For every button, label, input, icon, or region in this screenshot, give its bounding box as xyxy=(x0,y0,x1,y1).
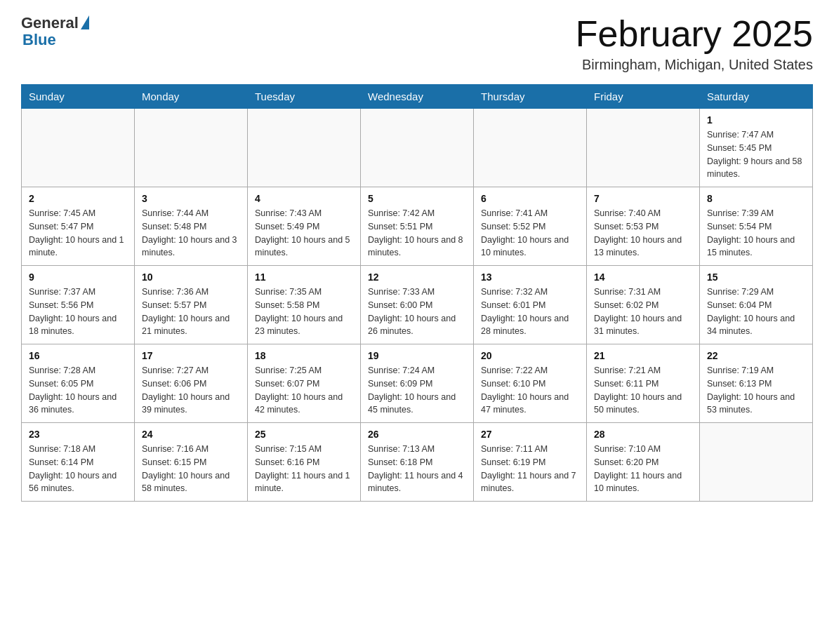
calendar-week-row: 16Sunrise: 7:28 AMSunset: 6:05 PMDayligh… xyxy=(22,344,813,423)
location-text: Birmingham, Michigan, United States xyxy=(576,57,813,73)
table-row: 1Sunrise: 7:47 AMSunset: 5:45 PMDaylight… xyxy=(700,109,813,187)
calendar-week-row: 2Sunrise: 7:45 AMSunset: 5:47 PMDaylight… xyxy=(22,187,813,266)
day-info: Sunrise: 7:13 AMSunset: 6:18 PMDaylight:… xyxy=(368,443,466,495)
day-info: Sunrise: 7:24 AMSunset: 6:09 PMDaylight:… xyxy=(368,364,466,417)
day-info: Sunrise: 7:11 AMSunset: 6:19 PMDaylight:… xyxy=(481,443,579,495)
col-friday: Friday xyxy=(587,85,700,109)
table-row: 13Sunrise: 7:32 AMSunset: 6:01 PMDayligh… xyxy=(474,266,587,344)
day-info: Sunrise: 7:44 AMSunset: 5:48 PMDaylight:… xyxy=(142,207,240,260)
table-row: 2Sunrise: 7:45 AMSunset: 5:47 PMDaylight… xyxy=(22,187,135,266)
calendar-week-row: 9Sunrise: 7:37 AMSunset: 5:56 PMDaylight… xyxy=(22,266,813,344)
table-row: 3Sunrise: 7:44 AMSunset: 5:48 PMDaylight… xyxy=(135,187,248,266)
day-number: 1 xyxy=(707,114,805,126)
table-row: 9Sunrise: 7:37 AMSunset: 5:56 PMDaylight… xyxy=(22,266,135,344)
day-number: 5 xyxy=(368,193,466,204)
day-number: 2 xyxy=(29,193,127,204)
table-row xyxy=(587,109,700,187)
day-info: Sunrise: 7:39 AMSunset: 5:54 PMDaylight:… xyxy=(707,207,805,260)
day-number: 21 xyxy=(594,350,692,361)
table-row: 25Sunrise: 7:15 AMSunset: 6:16 PMDayligh… xyxy=(248,423,361,502)
day-number: 8 xyxy=(707,193,805,204)
day-number: 9 xyxy=(29,271,127,283)
table-row: 18Sunrise: 7:25 AMSunset: 6:07 PMDayligh… xyxy=(248,344,361,423)
col-sunday: Sunday xyxy=(22,85,135,109)
table-row xyxy=(361,109,474,187)
day-info: Sunrise: 7:35 AMSunset: 5:58 PMDaylight:… xyxy=(255,286,353,338)
col-wednesday: Wednesday xyxy=(361,85,474,109)
day-number: 20 xyxy=(481,350,579,361)
day-number: 19 xyxy=(368,350,466,361)
calendar-week-row: 1Sunrise: 7:47 AMSunset: 5:45 PMDaylight… xyxy=(22,109,813,187)
table-row: 24Sunrise: 7:16 AMSunset: 6:15 PMDayligh… xyxy=(135,423,248,502)
table-row: 15Sunrise: 7:29 AMSunset: 6:04 PMDayligh… xyxy=(700,266,813,344)
day-number: 28 xyxy=(594,429,692,440)
table-row: 12Sunrise: 7:33 AMSunset: 6:00 PMDayligh… xyxy=(361,266,474,344)
calendar-header-row: Sunday Monday Tuesday Wednesday Thursday… xyxy=(22,85,813,109)
table-row: 5Sunrise: 7:42 AMSunset: 5:51 PMDaylight… xyxy=(361,187,474,266)
table-row: 16Sunrise: 7:28 AMSunset: 6:05 PMDayligh… xyxy=(22,344,135,423)
table-row xyxy=(248,109,361,187)
col-tuesday: Tuesday xyxy=(248,85,361,109)
col-saturday: Saturday xyxy=(700,85,813,109)
day-info: Sunrise: 7:36 AMSunset: 5:57 PMDaylight:… xyxy=(142,286,240,338)
table-row: 22Sunrise: 7:19 AMSunset: 6:13 PMDayligh… xyxy=(700,344,813,423)
table-row: 26Sunrise: 7:13 AMSunset: 6:18 PMDayligh… xyxy=(361,423,474,502)
logo-blue-text: Blue xyxy=(21,31,56,49)
table-row: 8Sunrise: 7:39 AMSunset: 5:54 PMDaylight… xyxy=(700,187,813,266)
table-row xyxy=(135,109,248,187)
day-number: 4 xyxy=(255,193,353,204)
day-info: Sunrise: 7:32 AMSunset: 6:01 PMDaylight:… xyxy=(481,286,579,338)
day-info: Sunrise: 7:25 AMSunset: 6:07 PMDaylight:… xyxy=(255,364,353,417)
day-info: Sunrise: 7:29 AMSunset: 6:04 PMDaylight:… xyxy=(707,286,805,338)
calendar-table: Sunday Monday Tuesday Wednesday Thursday… xyxy=(21,84,813,502)
title-section: February 2025 Birmingham, Michigan, Unit… xyxy=(576,14,813,73)
day-number: 6 xyxy=(481,193,579,204)
table-row: 17Sunrise: 7:27 AMSunset: 6:06 PMDayligh… xyxy=(135,344,248,423)
table-row xyxy=(22,109,135,187)
day-number: 10 xyxy=(142,271,240,283)
day-number: 3 xyxy=(142,193,240,204)
day-info: Sunrise: 7:31 AMSunset: 6:02 PMDaylight:… xyxy=(594,286,692,338)
day-info: Sunrise: 7:42 AMSunset: 5:51 PMDaylight:… xyxy=(368,207,466,260)
day-number: 17 xyxy=(142,350,240,361)
month-title: February 2025 xyxy=(576,14,813,54)
table-row: 19Sunrise: 7:24 AMSunset: 6:09 PMDayligh… xyxy=(361,344,474,423)
day-info: Sunrise: 7:15 AMSunset: 6:16 PMDaylight:… xyxy=(255,443,353,495)
day-info: Sunrise: 7:21 AMSunset: 6:11 PMDaylight:… xyxy=(594,364,692,417)
day-number: 26 xyxy=(368,429,466,440)
logo-triangle-icon xyxy=(81,15,89,29)
day-number: 24 xyxy=(142,429,240,440)
day-number: 25 xyxy=(255,429,353,440)
table-row: 20Sunrise: 7:22 AMSunset: 6:10 PMDayligh… xyxy=(474,344,587,423)
day-info: Sunrise: 7:45 AMSunset: 5:47 PMDaylight:… xyxy=(29,207,127,260)
day-info: Sunrise: 7:27 AMSunset: 6:06 PMDaylight:… xyxy=(142,364,240,417)
col-monday: Monday xyxy=(135,85,248,109)
table-row: 11Sunrise: 7:35 AMSunset: 5:58 PMDayligh… xyxy=(248,266,361,344)
day-number: 11 xyxy=(255,271,353,283)
day-info: Sunrise: 7:10 AMSunset: 6:20 PMDaylight:… xyxy=(594,443,692,495)
table-row: 28Sunrise: 7:10 AMSunset: 6:20 PMDayligh… xyxy=(587,423,700,502)
table-row: 10Sunrise: 7:36 AMSunset: 5:57 PMDayligh… xyxy=(135,266,248,344)
day-number: 14 xyxy=(594,271,692,283)
day-info: Sunrise: 7:19 AMSunset: 6:13 PMDaylight:… xyxy=(707,364,805,417)
day-number: 27 xyxy=(481,429,579,440)
day-info: Sunrise: 7:43 AMSunset: 5:49 PMDaylight:… xyxy=(255,207,353,260)
table-row: 27Sunrise: 7:11 AMSunset: 6:19 PMDayligh… xyxy=(474,423,587,502)
table-row: 14Sunrise: 7:31 AMSunset: 6:02 PMDayligh… xyxy=(587,266,700,344)
day-info: Sunrise: 7:33 AMSunset: 6:00 PMDaylight:… xyxy=(368,286,466,338)
table-row xyxy=(474,109,587,187)
day-info: Sunrise: 7:40 AMSunset: 5:53 PMDaylight:… xyxy=(594,207,692,260)
day-number: 7 xyxy=(594,193,692,204)
day-info: Sunrise: 7:37 AMSunset: 5:56 PMDaylight:… xyxy=(29,286,127,338)
day-info: Sunrise: 7:18 AMSunset: 6:14 PMDaylight:… xyxy=(29,443,127,495)
calendar-week-row: 23Sunrise: 7:18 AMSunset: 6:14 PMDayligh… xyxy=(22,423,813,502)
day-info: Sunrise: 7:41 AMSunset: 5:52 PMDaylight:… xyxy=(481,207,579,260)
day-number: 13 xyxy=(481,271,579,283)
table-row xyxy=(700,423,813,502)
table-row: 6Sunrise: 7:41 AMSunset: 5:52 PMDaylight… xyxy=(474,187,587,266)
table-row: 23Sunrise: 7:18 AMSunset: 6:14 PMDayligh… xyxy=(22,423,135,502)
day-number: 16 xyxy=(29,350,127,361)
day-info: Sunrise: 7:16 AMSunset: 6:15 PMDaylight:… xyxy=(142,443,240,495)
day-info: Sunrise: 7:22 AMSunset: 6:10 PMDaylight:… xyxy=(481,364,579,417)
logo: General Blue xyxy=(21,14,89,49)
